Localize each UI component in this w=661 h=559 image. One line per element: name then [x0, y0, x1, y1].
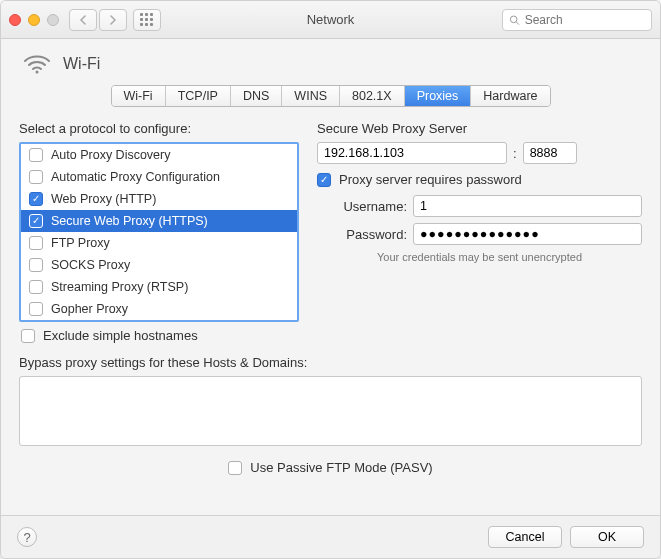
window-controls	[9, 14, 59, 26]
server-column: Secure Web Proxy Server : Proxy server r…	[317, 121, 642, 343]
pasv-label: Use Passive FTP Mode (PASV)	[250, 460, 432, 475]
server-label: Secure Web Proxy Server	[317, 121, 642, 136]
username-input[interactable]	[413, 195, 642, 217]
protocol-checkbox[interactable]	[29, 214, 43, 228]
protocol-checkbox[interactable]	[29, 236, 43, 250]
search-field-wrap[interactable]	[502, 9, 652, 31]
protocol-item[interactable]: Auto Proxy Discovery	[21, 144, 297, 166]
bypass-label: Bypass proxy settings for these Hosts & …	[19, 355, 642, 370]
cancel-button[interactable]: Cancel	[488, 526, 562, 548]
username-row: Username:	[317, 195, 642, 217]
wifi-icon	[23, 53, 51, 75]
show-all-button[interactable]	[133, 9, 161, 31]
protocol-item[interactable]: Gopher Proxy	[21, 298, 297, 320]
minimize-window-button[interactable]	[28, 14, 40, 26]
tab-tcp-ip[interactable]: TCP/IP	[166, 86, 231, 106]
protocol-checkbox[interactable]	[29, 258, 43, 272]
interface-name: Wi-Fi	[63, 55, 100, 73]
nav-buttons	[69, 9, 127, 31]
form-area: Select a protocol to configure: Auto Pro…	[19, 121, 642, 343]
content-area: Wi-Fi Wi-FiTCP/IPDNSWINS802.1XProxiesHar…	[1, 39, 660, 515]
protocol-item[interactable]: Secure Web Proxy (HTTPS)	[21, 210, 297, 232]
host-port-separator: :	[513, 146, 517, 161]
protocol-label: Web Proxy (HTTP)	[51, 192, 156, 206]
password-label: Password:	[317, 227, 407, 242]
protocol-item[interactable]: Web Proxy (HTTP)	[21, 188, 297, 210]
interface-header: Wi-Fi	[19, 53, 642, 75]
protocol-label: Select a protocol to configure:	[19, 121, 299, 136]
close-window-button[interactable]	[9, 14, 21, 26]
tab-802-1x[interactable]: 802.1X	[340, 86, 405, 106]
proxy-host-input[interactable]	[317, 142, 507, 164]
protocol-label: FTP Proxy	[51, 236, 110, 250]
svg-point-0	[510, 16, 517, 23]
ok-button[interactable]: OK	[570, 526, 644, 548]
protocol-item[interactable]: Streaming Proxy (RTSP)	[21, 276, 297, 298]
tab-hardware[interactable]: Hardware	[471, 86, 549, 106]
requires-password-row[interactable]: Proxy server requires password	[317, 172, 642, 195]
proxy-port-input[interactable]	[523, 142, 577, 164]
protocol-item[interactable]: SOCKS Proxy	[21, 254, 297, 276]
svg-point-2	[36, 71, 39, 74]
protocol-label: SOCKS Proxy	[51, 258, 130, 272]
forward-button[interactable]	[99, 9, 127, 31]
protocol-item[interactable]: FTP Proxy	[21, 232, 297, 254]
password-input[interactable]	[413, 223, 642, 245]
search-input[interactable]	[525, 13, 645, 27]
exclude-simple-label: Exclude simple hostnames	[43, 328, 198, 343]
pasv-row[interactable]: Use Passive FTP Mode (PASV)	[19, 460, 642, 475]
protocol-checkbox[interactable]	[29, 148, 43, 162]
titlebar: Network	[1, 1, 660, 39]
password-row: Password:	[317, 223, 642, 245]
bypass-textarea[interactable]	[19, 376, 642, 446]
exclude-simple-row[interactable]: Exclude simple hostnames	[19, 322, 299, 343]
protocol-label: Secure Web Proxy (HTTPS)	[51, 214, 208, 228]
protocol-label: Gopher Proxy	[51, 302, 128, 316]
username-label: Username:	[317, 199, 407, 214]
requires-password-checkbox[interactable]	[317, 173, 331, 187]
preferences-window: Network Wi-Fi Wi-FiTCP/IPDNSWINS802.1XPr…	[0, 0, 661, 559]
zoom-window-button	[47, 14, 59, 26]
back-button[interactable]	[69, 9, 97, 31]
protocol-item[interactable]: Automatic Proxy Configuration	[21, 166, 297, 188]
server-row: :	[317, 142, 642, 164]
protocol-checkbox[interactable]	[29, 192, 43, 206]
protocol-list[interactable]: Auto Proxy DiscoveryAutomatic Proxy Conf…	[19, 142, 299, 322]
svg-line-1	[516, 21, 519, 24]
protocol-checkbox[interactable]	[29, 170, 43, 184]
protocol-checkbox[interactable]	[29, 280, 43, 294]
tab-wins[interactable]: WINS	[282, 86, 340, 106]
protocol-column: Select a protocol to configure: Auto Pro…	[19, 121, 299, 343]
tab-wi-fi[interactable]: Wi-Fi	[112, 86, 166, 106]
protocol-label: Automatic Proxy Configuration	[51, 170, 220, 184]
help-button[interactable]: ?	[17, 527, 37, 547]
exclude-simple-checkbox[interactable]	[21, 329, 35, 343]
pasv-checkbox[interactable]	[228, 461, 242, 475]
grid-icon	[140, 13, 154, 27]
credentials-hint: Your credentials may be sent unencrypted	[317, 251, 642, 263]
tab-proxies[interactable]: Proxies	[405, 86, 472, 106]
search-icon	[509, 14, 520, 26]
tab-dns[interactable]: DNS	[231, 86, 282, 106]
footer: ? Cancel OK	[1, 515, 660, 558]
protocol-label: Auto Proxy Discovery	[51, 148, 170, 162]
protocol-checkbox[interactable]	[29, 302, 43, 316]
tabbar: Wi-FiTCP/IPDNSWINS802.1XProxiesHardware	[19, 85, 642, 107]
requires-password-label: Proxy server requires password	[339, 172, 522, 187]
protocol-label: Streaming Proxy (RTSP)	[51, 280, 188, 294]
